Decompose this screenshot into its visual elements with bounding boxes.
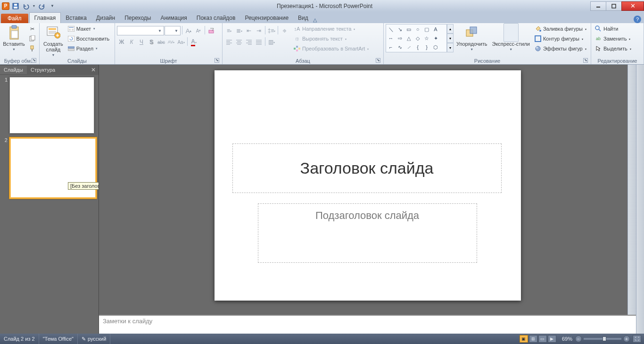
font-color-button[interactable]: A▾: [189, 37, 198, 47]
slideshow-view-button[interactable]: ▶: [548, 335, 556, 343]
tab-view[interactable]: Вид: [293, 13, 313, 23]
status-theme[interactable]: "Тема Office": [39, 334, 78, 344]
shape-rect[interactable]: ▭: [405, 25, 413, 34]
thumbnail-1[interactable]: 1: [2, 77, 97, 134]
shadow-button[interactable]: S: [147, 37, 156, 47]
font-size-combo[interactable]: ▼: [165, 26, 181, 35]
undo-button[interactable]: [22, 2, 30, 10]
shape-rightarrow[interactable]: ⇨: [396, 34, 404, 42]
bold-button[interactable]: Ж: [117, 37, 126, 47]
close-button[interactable]: ✕: [621, 1, 644, 11]
italic-button[interactable]: К: [127, 37, 136, 47]
shape-hexagon[interactable]: ⬡: [431, 43, 440, 51]
align-center-button[interactable]: [234, 37, 244, 47]
shape-star[interactable]: ☆: [422, 34, 431, 42]
font-launcher[interactable]: ⬊: [215, 58, 219, 63]
text-direction-button[interactable]: ↕AНаправление текста▾: [292, 24, 370, 34]
shape-diamond[interactable]: ◇: [413, 34, 422, 42]
strike-button[interactable]: abc: [157, 37, 166, 47]
increase-indent-button[interactable]: ⇥: [254, 26, 264, 35]
smartart-button[interactable]: Преобразовать в SmartArt▾: [292, 44, 370, 53]
powerpoint-icon[interactable]: P: [2, 2, 9, 10]
grow-font-button[interactable]: A▴: [184, 26, 193, 35]
help-button[interactable]: ?: [634, 16, 641, 23]
align-text-button[interactable]: ⎅Выровнять текст▾: [292, 34, 370, 43]
shape-oval[interactable]: ○: [413, 25, 422, 34]
shape-elbow[interactable]: ⌐: [387, 43, 395, 51]
line-spacing-button[interactable]: ‡≡▾: [267, 26, 276, 35]
zoom-percent[interactable]: 69%: [562, 336, 572, 342]
align-right-button[interactable]: [244, 37, 254, 47]
replace-button[interactable]: abЗаменить▾: [593, 34, 633, 43]
copy-button[interactable]: [27, 34, 37, 43]
drawing-launcher[interactable]: ⬊: [583, 58, 588, 63]
shape-freeform[interactable]: ⟋: [405, 43, 413, 51]
reset-button[interactable]: Восстановить: [66, 34, 111, 43]
tab-insert[interactable]: Вставка: [61, 13, 91, 23]
title-placeholder[interactable]: Заголовок слайда: [232, 143, 502, 193]
qat-customize[interactable]: ▼: [48, 2, 57, 10]
slide-canvas-area[interactable]: Заголовок слайда Подзаголовок слайда: [99, 65, 636, 315]
side-panel-close[interactable]: ✕: [91, 67, 96, 73]
vertical-scrollbar[interactable]: [636, 65, 644, 334]
status-slide-number[interactable]: Слайд 2 из 2: [0, 334, 39, 344]
tab-transitions[interactable]: Переходы: [120, 13, 156, 23]
shape-curve[interactable]: ∿: [396, 43, 404, 51]
section-button[interactable]: Раздел ▾: [66, 44, 111, 53]
tab-animation[interactable]: Анимация: [156, 13, 191, 23]
decrease-indent-button[interactable]: ⇤: [244, 26, 254, 35]
sorter-view-button[interactable]: ⊞: [529, 335, 537, 343]
format-painter-button[interactable]: [27, 44, 37, 53]
shrink-font-button[interactable]: A▾: [194, 26, 203, 35]
shape-roundrect[interactable]: ▢: [422, 25, 431, 34]
layout-button[interactable]: Макет ▾: [66, 24, 111, 34]
clear-format-button[interactable]: [206, 26, 216, 35]
thumbnail-2[interactable]: 2 [Без заголовка]: [2, 137, 97, 199]
tab-design[interactable]: Дизайн: [91, 13, 120, 23]
zoom-thumb[interactable]: [603, 336, 606, 341]
font-name-combo[interactable]: ▼: [117, 26, 164, 35]
shapes-more[interactable]: ▾: [447, 43, 454, 52]
maximize-button[interactable]: [606, 1, 622, 11]
undo-dropdown[interactable]: ▼: [32, 2, 36, 10]
shape-doublearrow[interactable]: ↔: [387, 34, 395, 42]
reading-view-button[interactable]: ▭: [538, 335, 547, 343]
shape-callout[interactable]: ✦: [431, 34, 440, 42]
clipboard-launcher[interactable]: ⬊: [32, 58, 36, 63]
align-left-button[interactable]: [224, 37, 234, 47]
paste-button[interactable]: Вставить ▼: [2, 24, 26, 52]
save-button[interactable]: [11, 2, 20, 10]
shape-fill-button[interactable]: Заливка фигуры▾: [533, 24, 588, 34]
shape-textbox[interactable]: A: [431, 25, 440, 34]
shape-triangle[interactable]: △: [405, 34, 413, 42]
shapes-scroll-down[interactable]: ▾: [447, 34, 454, 43]
slide[interactable]: Заголовок слайда Подзаголовок слайда: [215, 70, 521, 301]
zoom-in-button[interactable]: +: [623, 336, 630, 342]
shapes-gallery[interactable]: ＼ ↘ ▭ ○ ▢ A ↔ ⇨ △ ◇ ☆ ✦ ⌐ ∿ ⟋ { }: [386, 24, 447, 52]
bullets-button[interactable]: ≡▾: [224, 26, 234, 35]
shapes-scroll-up[interactable]: ▴: [447, 24, 454, 34]
thumb-preview[interactable]: [9, 77, 94, 134]
minimize-button[interactable]: [590, 1, 606, 11]
file-tab[interactable]: Файл: [1, 14, 28, 23]
zoom-out-button[interactable]: −: [575, 336, 582, 342]
status-language[interactable]: ✎русский: [78, 334, 110, 344]
columns-button[interactable]: ▥▾: [267, 37, 276, 47]
cut-button[interactable]: ✂: [27, 24, 37, 34]
tab-slideshow[interactable]: Показ слайдов: [192, 13, 240, 23]
numbering-button[interactable]: ≣▾: [234, 26, 244, 35]
select-button[interactable]: Выделить▾: [593, 44, 633, 53]
underline-button[interactable]: Ч: [137, 37, 146, 47]
change-case-button[interactable]: Aa▾: [176, 37, 186, 47]
tab-review[interactable]: Рецензирование: [240, 13, 293, 23]
side-tab-outline[interactable]: Структура: [27, 66, 59, 74]
quick-styles-button[interactable]: Экспресс-стили▼: [490, 24, 531, 52]
shape-outline-button[interactable]: Контур фигуры▾: [533, 34, 588, 43]
normal-view-button[interactable]: ▣: [520, 335, 528, 343]
fit-window-button[interactable]: ⛶: [633, 335, 641, 343]
shape-line[interactable]: ＼: [387, 25, 395, 34]
shape-brace[interactable]: {: [413, 43, 422, 51]
zoom-slider[interactable]: [584, 338, 621, 340]
shape-arrow[interactable]: ↘: [396, 25, 404, 34]
shape-brace2[interactable]: }: [422, 43, 431, 51]
